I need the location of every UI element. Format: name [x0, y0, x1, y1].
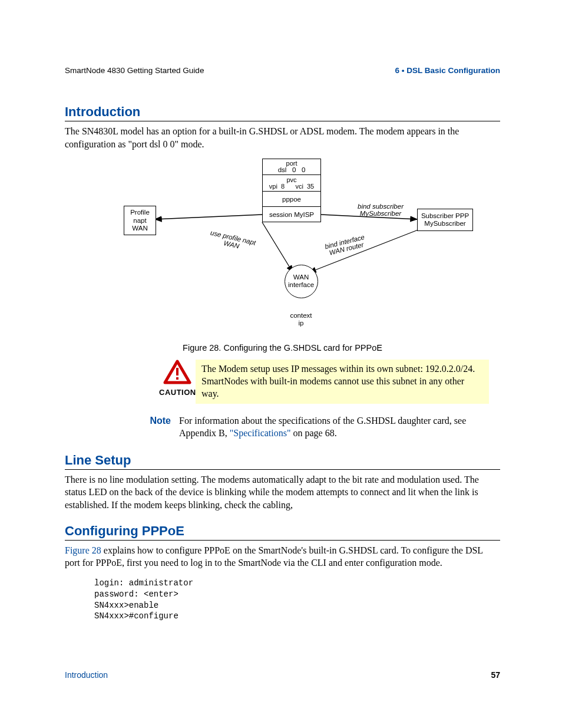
running-header: SmartNode 4830 Getting Started Guide 6 •…	[65, 66, 500, 75]
footer: Introduction 57	[65, 670, 500, 680]
footer-right: 57	[491, 670, 500, 680]
code-block: login: administrator password: <enter> S…	[94, 578, 500, 622]
note-body: For information about the specifications…	[179, 414, 500, 440]
figure-28: port dsl 0 0 pvc vpi 8 vci 35 pppoe sess…	[65, 159, 501, 338]
heading-line-setup: Line Setup	[65, 453, 500, 470]
xref-figure-28[interactable]: Figure 28	[65, 545, 101, 555]
header-right: 6 • DSL Basic Configuration	[395, 66, 501, 75]
pppoe-body-text: explains how to configure PPPoE on the S…	[65, 545, 483, 568]
stack-pppoe: pppoe	[262, 192, 321, 207]
caution-text: The Modem setup uses IP messages within …	[196, 360, 489, 403]
label-bind-subscriber: bind subscriber MySubscriber	[358, 203, 404, 217]
footer-left: Introduction	[65, 670, 108, 680]
wan-interface-label: WAN interface	[287, 274, 315, 288]
pppoe-paragraph: Figure 28 explains how to configure PPPo…	[65, 544, 500, 569]
intro-paragraph: The SN4830L model has an option for a bu…	[65, 125, 500, 150]
svg-line-0	[155, 215, 262, 219]
stack-pvc: pvc vpi 8 vci 35	[262, 175, 321, 192]
heading-configuring-pppoe: Configuring PPPoE	[65, 523, 500, 541]
stack-port: port dsl 0 0	[262, 159, 321, 175]
note-label: Note	[135, 414, 179, 440]
page: SmartNode 4830 Getting Started Guide 6 •…	[0, 0, 562, 728]
caution-label: CAUTION	[159, 388, 196, 397]
line-setup-paragraph: There is no line modulation setting. The…	[65, 473, 500, 512]
svg-rect-4	[176, 368, 178, 375]
note-block: Note For information about the specifica…	[135, 414, 500, 440]
figure-caption: Figure 28. Configuring the G.SHDSL card …	[65, 343, 500, 353]
config-stack: port dsl 0 0 pvc vpi 8 vci 35 pppoe sess…	[262, 159, 321, 222]
caution-icon-wrap: CAUTION	[159, 360, 196, 397]
context-ip-label: context ip	[289, 312, 313, 327]
heading-introduction: Introduction	[65, 104, 500, 121]
note-link-specifications[interactable]: "Specifications"	[230, 428, 291, 438]
warning-triangle-icon	[163, 360, 191, 384]
svg-line-2	[262, 222, 293, 272]
stack-session: session MyISP	[262, 207, 321, 222]
header-left: SmartNode 4830 Getting Started Guide	[65, 66, 204, 75]
note-text-post: on page 68.	[290, 428, 336, 438]
subscriber-box: Subscriber PPP MySubscriber	[417, 209, 473, 231]
caution-block: CAUTION The Modem setup uses IP messages…	[159, 360, 489, 403]
profile-box: Profile napt WAN	[124, 206, 156, 235]
svg-rect-5	[176, 377, 178, 380]
